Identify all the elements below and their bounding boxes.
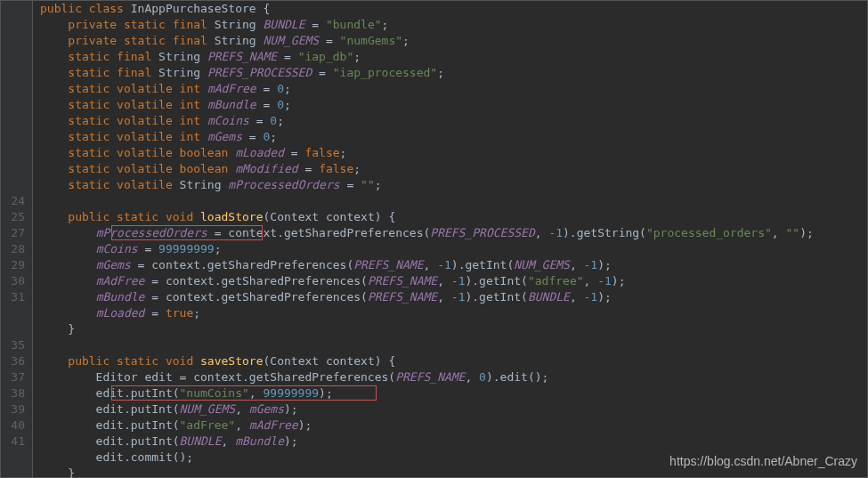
line-number bbox=[1, 113, 25, 129]
line-number bbox=[1, 177, 25, 193]
line-number bbox=[1, 49, 25, 65]
line-number: 38 bbox=[1, 385, 25, 401]
code-line[interactable]: mBundle = context.getSharedPreferences(P… bbox=[40, 289, 814, 305]
line-number: 29 bbox=[1, 257, 25, 273]
line-number bbox=[1, 321, 25, 337]
line-number bbox=[1, 33, 25, 49]
line-number bbox=[1, 450, 25, 466]
code-line[interactable]: static volatile boolean mModified = fals… bbox=[40, 161, 814, 177]
line-number: 39 bbox=[1, 401, 25, 417]
code-line[interactable] bbox=[40, 193, 814, 209]
code-line[interactable]: edit.putInt(NUM_GEMS, mGems); bbox=[40, 401, 814, 417]
code-line[interactable]: mCoins = 99999999; bbox=[40, 241, 814, 257]
line-number: 41 bbox=[1, 433, 25, 450]
code-line[interactable]: static final String PREFS_NAME = "iap_db… bbox=[40, 49, 814, 65]
code-line[interactable]: public static void saveStore(Context con… bbox=[40, 353, 814, 369]
code-line[interactable]: static volatile int mAdFree = 0; bbox=[40, 81, 814, 97]
code-line[interactable]: public class InAppPurchaseStore { bbox=[40, 1, 814, 17]
code-line[interactable]: edit.putInt("adFree", mAdFree); bbox=[40, 417, 814, 433]
line-number bbox=[1, 305, 25, 321]
line-number: 30 bbox=[1, 273, 25, 289]
line-number bbox=[1, 17, 25, 33]
code-line[interactable]: mLoaded = true; bbox=[40, 305, 814, 321]
code-line[interactable]: static volatile int mGems = 0; bbox=[40, 129, 814, 145]
code-line[interactable]: static final String PREFS_PROCESSED = "i… bbox=[40, 65, 814, 81]
line-number: 36 bbox=[1, 353, 25, 369]
code-line[interactable]: static volatile String mProcessedOrders … bbox=[40, 177, 814, 193]
line-number: 24 bbox=[1, 193, 25, 209]
code-line[interactable]: static volatile int mBundle = 0; bbox=[40, 97, 814, 113]
code-line[interactable]: public static void loadStore(Context con… bbox=[40, 209, 814, 225]
code-line[interactable]: static volatile int mCoins = 0; bbox=[40, 113, 814, 129]
line-number: 27 bbox=[1, 225, 25, 241]
line-number bbox=[1, 129, 25, 145]
code-line[interactable]: edit.putInt("numCoins", 99999999); bbox=[40, 385, 814, 401]
code-line[interactable]: mAdFree = context.getSharedPreferences(P… bbox=[40, 273, 814, 289]
line-number-gutter: 2425272829303135363738394041 bbox=[1, 1, 33, 477]
line-number bbox=[1, 65, 25, 81]
code-line[interactable]: static volatile boolean mLoaded = false; bbox=[40, 145, 814, 161]
line-number: 35 bbox=[1, 337, 25, 353]
code-line[interactable]: private static final String NUM_GEMS = "… bbox=[40, 33, 814, 49]
line-number bbox=[1, 161, 25, 177]
code-area[interactable]: public class InAppPurchaseStore { privat… bbox=[33, 1, 814, 477]
code-line[interactable]: Editor edit = context.getSharedPreferenc… bbox=[40, 369, 814, 385]
line-number: 25 bbox=[1, 209, 25, 225]
line-number bbox=[1, 97, 25, 113]
code-line[interactable]: edit.putInt(BUNDLE, mBundle); bbox=[40, 433, 814, 450]
code-line[interactable]: mGems = context.getSharedPreferences(PRE… bbox=[40, 257, 814, 273]
code-line[interactable]: private static final String BUNDLE = "bu… bbox=[40, 17, 814, 33]
code-editor: 2425272829303135363738394041 public clas… bbox=[0, 0, 868, 478]
code-line[interactable]: } bbox=[40, 321, 814, 337]
line-number bbox=[1, 145, 25, 161]
line-number: 31 bbox=[1, 289, 25, 305]
line-number: 28 bbox=[1, 241, 25, 257]
code-line[interactable] bbox=[40, 337, 814, 353]
line-number: 40 bbox=[1, 417, 25, 433]
line-number bbox=[1, 1, 25, 17]
line-number bbox=[1, 81, 25, 97]
watermark-text: https://blog.csdn.net/Abner_Crazy bbox=[669, 453, 857, 469]
code-line[interactable]: mProcessedOrders = context.getSharedPref… bbox=[40, 225, 814, 241]
line-number: 37 bbox=[1, 369, 25, 385]
